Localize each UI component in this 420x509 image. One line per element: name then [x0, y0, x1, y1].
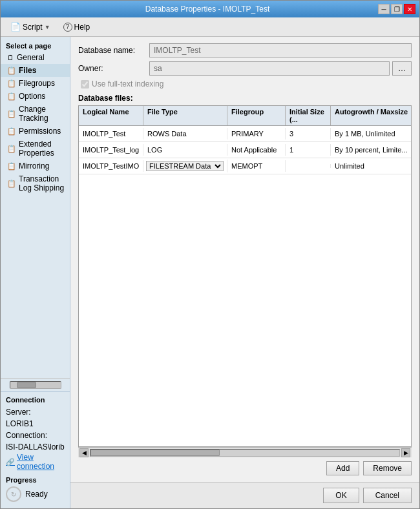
mirroring-icon: 📋 — [7, 162, 16, 171]
script-icon: 📄 — [10, 22, 21, 32]
sidebar-item-permissions[interactable]: 📋 Permissions — [1, 125, 70, 138]
content-panel: Database name: Owner: … Use full-text in… — [70, 37, 419, 508]
help-label: Help — [74, 23, 90, 32]
permissions-icon: 📋 — [7, 127, 16, 136]
td-filegroup-3: MEMOPT — [227, 160, 286, 172]
td-size-3 — [286, 164, 331, 168]
sidebar-scrollbar-thumb — [17, 382, 36, 388]
progress-icon: ↻ — [6, 486, 21, 502]
td-filegroup-2: Not Applicable — [227, 144, 286, 156]
script-button[interactable]: 📄 Script ▼ — [6, 20, 55, 34]
help-button[interactable]: ? Help — [59, 21, 95, 34]
td-logical-2: IMOLTP_Test_log — [79, 144, 143, 156]
cancel-button[interactable]: Cancel — [363, 488, 412, 503]
td-autogrowth-2: By 10 percent, Limite... — [331, 144, 411, 156]
table-row: IMOLTP_Test_log LOG Not Applicable 1 By … — [79, 142, 411, 158]
td-autogrowth-3: Unlimited — [331, 160, 411, 172]
sidebar-label-tx-log: Transaction Log Shipping — [19, 174, 66, 192]
main-window: Database Properties - IMOLTP_Test ─ ❐ ✕ … — [0, 0, 420, 509]
td-filegroup-1: PRIMARY — [227, 128, 286, 140]
script-dropdown-icon: ▼ — [45, 24, 50, 30]
view-connection-label: View connection — [17, 453, 65, 471]
files-table: Logical Name File Type Filegroup Initial… — [78, 105, 412, 447]
ext-props-icon: 📋 — [7, 145, 16, 153]
td-type-2: LOG — [143, 144, 227, 156]
progress-section: Progress ↻ Ready — [6, 476, 65, 502]
db-name-label: Database name: — [78, 46, 149, 55]
add-remove-row: Add Remove — [78, 461, 412, 475]
sidebar-title: Select a page — [1, 39, 70, 51]
table-row: IMOLTP_TestIMO FILESTREAM Data ROWS Data… — [79, 158, 411, 174]
sidebar-item-transaction-log[interactable]: 📋 Transaction Log Shipping — [1, 172, 70, 194]
filegroups-icon: 📋 — [7, 79, 16, 88]
scroll-track[interactable] — [90, 449, 400, 457]
files-icon: 📋 — [7, 67, 16, 75]
td-size-2: 1 — [286, 144, 331, 156]
td-autogrowth-1: By 1 MB, Unlimited — [331, 128, 411, 140]
ok-button[interactable]: OK — [323, 488, 359, 503]
progress-status: Ready — [25, 490, 48, 499]
main-content: Select a page 🗒 General 📋 Files 📋 Filegr… — [1, 37, 419, 508]
close-button[interactable]: ✕ — [404, 4, 415, 14]
sidebar-scrollbar-track — [10, 381, 61, 389]
db-files-label: Database files: — [78, 94, 412, 103]
add-button[interactable]: Add — [326, 461, 359, 475]
owner-browse-btn[interactable]: … — [392, 61, 412, 76]
remove-button[interactable]: Remove — [363, 461, 412, 475]
owner-input[interactable] — [149, 61, 390, 76]
connection-title: Connection — [6, 396, 65, 404]
sidebar-item-change-tracking[interactable]: 📋 Change Tracking — [1, 103, 70, 125]
table-body: IMOLTP_Test ROWS Data PRIMARY 3 By 1 MB,… — [79, 126, 411, 446]
title-bar: Database Properties - IMOLTP_Test ─ ❐ ✕ — [1, 1, 419, 17]
sidebar-item-files[interactable]: 📋 Files — [1, 64, 70, 77]
sidebar: Select a page 🗒 General 📋 Files 📋 Filegr… — [1, 37, 70, 508]
sidebar-item-mirroring[interactable]: 📋 Mirroring — [1, 160, 70, 172]
tx-log-icon: 📋 — [7, 180, 16, 188]
connection-label: Connection: — [6, 430, 65, 441]
window-title: Database Properties - IMOLTP_Test — [37, 5, 378, 14]
connection-section: Connection Server: LORIB1 Connection: IS… — [1, 391, 70, 506]
sidebar-item-extended-properties[interactable]: 📋 Extended Properties — [1, 138, 70, 160]
help-icon: ? — [63, 23, 72, 32]
progress-row: ↻ Ready — [6, 486, 65, 502]
file-type-select-3[interactable]: FILESTREAM Data ROWS Data LOG — [146, 161, 224, 171]
fulltext-checkbox[interactable] — [81, 80, 89, 88]
scroll-left-btn[interactable]: ◀ — [79, 448, 89, 457]
sidebar-label-filegroups: Filegroups — [19, 79, 55, 88]
sidebar-scrollbar[interactable] — [1, 378, 70, 391]
scroll-right-btn[interactable]: ▶ — [401, 448, 410, 457]
th-autogrowth: Autogrowth / Maxsize — [331, 106, 412, 125]
th-filegroup: Filegroup — [227, 106, 286, 125]
minimize-button[interactable]: ─ — [378, 4, 390, 14]
connection-value: ISI-DALLAS\lorib — [6, 441, 65, 453]
sidebar-label-mirroring: Mirroring — [19, 161, 49, 171]
th-logical: Logical Name — [79, 106, 143, 125]
view-connection-link[interactable]: 🔗 View connection — [6, 453, 65, 471]
progress-title: Progress — [6, 476, 65, 484]
fulltext-row: Use full-text indexing — [81, 79, 412, 88]
general-icon: 🗒 — [7, 54, 14, 61]
sidebar-label-change-tracking: Change Tracking — [19, 105, 66, 123]
scroll-thumb — [90, 450, 220, 456]
td-type-3[interactable]: FILESTREAM Data ROWS Data LOG — [143, 160, 227, 172]
script-label: Script — [23, 23, 43, 32]
horizontal-scrollbar[interactable]: ◀ ▶ — [78, 447, 412, 457]
table-header: Logical Name File Type Filegroup Initial… — [79, 106, 411, 126]
td-logical-3: IMOLTP_TestIMO — [79, 160, 143, 172]
fulltext-label: Use full-text indexing — [92, 79, 163, 88]
link-icon: 🔗 — [6, 458, 15, 466]
sidebar-label-permissions: Permissions — [19, 127, 61, 136]
sidebar-item-general[interactable]: 🗒 General — [1, 51, 70, 64]
sidebar-item-options[interactable]: 📋 Options — [1, 90, 70, 103]
sidebar-label-ext-props: Extended Properties — [19, 140, 66, 158]
sidebar-item-filegroups[interactable]: 📋 Filegroups — [1, 77, 70, 90]
sidebar-label-files: Files — [19, 66, 36, 75]
table-row: IMOLTP_Test ROWS Data PRIMARY 3 By 1 MB,… — [79, 126, 411, 142]
sidebar-label-options: Options — [19, 92, 45, 101]
restore-button[interactable]: ❐ — [391, 4, 403, 14]
window-controls: ─ ❐ ✕ — [378, 4, 415, 14]
td-logical-1: IMOLTP_Test — [79, 128, 143, 140]
db-name-input[interactable] — [149, 43, 412, 57]
owner-row: Owner: … — [78, 61, 412, 76]
td-type-1: ROWS Data — [143, 128, 227, 140]
